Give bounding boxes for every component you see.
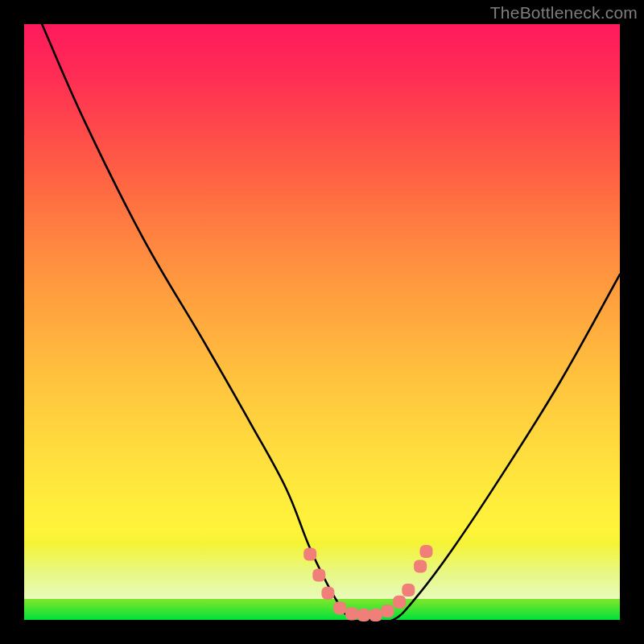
- marker-dot: [303, 548, 316, 561]
- plot-area: [24, 24, 620, 620]
- marker-dot: [357, 609, 370, 621]
- highlight-markers: [303, 545, 432, 621]
- marker-dot: [393, 596, 406, 609]
- marker-dot: [414, 559, 427, 572]
- watermark-text: TheBottleneck.com: [490, 3, 638, 23]
- marker-dot: [369, 609, 382, 621]
- marker-dot: [345, 608, 358, 621]
- marker-dot: [321, 587, 334, 600]
- marker-dot: [333, 601, 346, 614]
- bottleneck-curve: [42, 24, 620, 621]
- curve-layer: [24, 24, 620, 620]
- chart-frame: TheBottleneck.com: [0, 0, 644, 644]
- marker-dot: [402, 584, 415, 597]
- marker-dot: [420, 545, 433, 558]
- marker-dot: [381, 605, 394, 617]
- marker-dot: [312, 569, 325, 582]
